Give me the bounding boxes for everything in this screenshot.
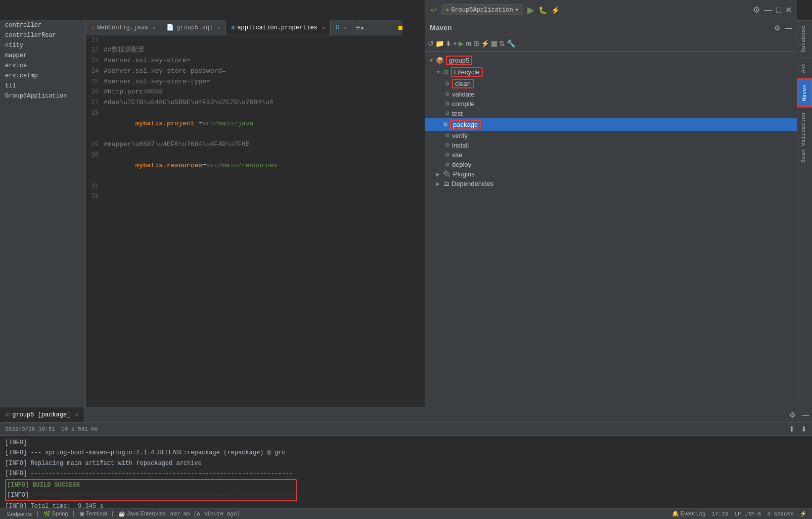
maximize-btn[interactable]: □ (776, 6, 781, 15)
app-top-bar: ↩ ● Group5Application ▾ ▶ 🐛 ⚡ ⚙ — □ ✕ (425, 0, 797, 20)
sidebar-item-mapper[interactable]: mapper (0, 51, 85, 61)
maven-download-btn[interactable]: ⬇ (445, 39, 452, 48)
tree-item-verify[interactable]: ⚙ verify (425, 131, 797, 140)
group5-label: group5 (446, 56, 472, 65)
debug-btn[interactable]: 🐛 (538, 6, 547, 14)
tab-sql-close[interactable]: ✕ (217, 25, 220, 31)
yellow-marker (398, 26, 402, 30)
line-21: 21 (86, 35, 402, 45)
coverage-btn[interactable]: ⚡ (551, 6, 560, 14)
console-output[interactable]: [INFO] [INFO] --- spring-boot-maven-plug… (0, 436, 812, 508)
tree-item-compile[interactable]: ⚙ compile (425, 99, 797, 109)
maven-add-btn[interactable]: + (453, 39, 457, 48)
divider1: | (36, 511, 39, 517)
right-tab-bean-validation[interactable]: Bean Validation (797, 107, 812, 168)
gear-verify: ⚙ (445, 132, 450, 139)
gear-compile: ⚙ (445, 101, 450, 107)
sidebar-item-service[interactable]: ervice (0, 61, 85, 71)
tab-props-close[interactable]: ✕ (322, 25, 325, 31)
maven-tree: ▼ 📦 group5 ▼ ♻ Lifecycle ⚙ clean ⚙ valid… (425, 52, 797, 192)
bottom-tab-run[interactable]: m group5 [package] ✕ (0, 407, 84, 422)
run-tab-label: group5 [package] (12, 411, 70, 418)
tabs-bar: ☕ WebConfig.java ✕ 📄 group5.sql ✕ ⚙ appl… (86, 20, 402, 35)
right-tab-maven[interactable]: Maven (797, 78, 812, 107)
maven-folder-btn[interactable]: 📁 (435, 39, 444, 48)
line-29: 29 #mapper\u6587\u4EF6\u7684\u4F4D\u7F6E (86, 139, 402, 150)
tree-plugins[interactable]: ▶ 🔌 Plugins (425, 169, 797, 179)
editor-content[interactable]: 21 22 ##数据源配置 23 #server.ssl.key-store= … (86, 35, 402, 201)
event-log-btn[interactable]: 🔔 Event Log (672, 510, 706, 517)
right-tab-database[interactable]: Database (797, 20, 812, 58)
sidebar-item-controller[interactable]: controller (0, 20, 85, 30)
sidebar-item-group5app[interactable]: Group5Application (0, 91, 85, 101)
tree-item-test[interactable]: ⚙ test (425, 109, 797, 118)
tree-item-install[interactable]: ⚙ install (425, 140, 797, 150)
bottom-minimize-btn[interactable]: — (799, 407, 812, 422)
tab-webconfig-close[interactable]: ✕ (153, 25, 156, 31)
console-line-2: [INFO] Replacing main artifact with repa… (5, 458, 807, 468)
tree-root-group5[interactable]: ▼ 📦 group5 (425, 55, 797, 66)
console-line-0: [INFO] (5, 438, 807, 448)
tree-item-validate[interactable]: ⚙ validate (425, 89, 797, 99)
divider3: | (111, 511, 114, 517)
tree-item-site[interactable]: ⚙ site (425, 150, 797, 160)
dropdown-arrow: ▾ (515, 6, 519, 14)
scroll-down-btn[interactable]: ⬇ (801, 425, 807, 433)
maven-run-btn[interactable]: ▶ (459, 39, 464, 48)
sidebar-item-controllerrear[interactable]: controllerRear (0, 30, 85, 40)
java-enterprise-btn[interactable]: ☕ Java Enterprise (116, 510, 167, 517)
maven-refresh-btn[interactable]: ↺ (428, 39, 434, 48)
sidebar-item-serviceimp[interactable]: erviceImp (0, 71, 85, 81)
run-info-row: 2022/3/26 19:51 10 s 581 ms ⬆ ⬇ (0, 422, 812, 436)
maven-lightning-btn[interactable]: ⚡ (481, 39, 489, 48)
app-selector[interactable]: ● Group5Application ▾ (441, 5, 523, 15)
maven-grid-btn[interactable]: ⊞ (473, 39, 479, 48)
tree-dependencies[interactable]: ▶ 🗂 Dependencies (425, 179, 797, 188)
site-label: site (452, 151, 462, 159)
tab-g-icon: G (336, 24, 339, 31)
tab-application-properties[interactable]: ⚙ application.properties ✕ (226, 20, 331, 35)
console-line-5: [INFO] ---------------------------------… (7, 490, 295, 500)
maven-columns-btn[interactable]: ▦ (491, 39, 498, 48)
tree-arrow-plugins: ▶ (436, 171, 443, 177)
tree-item-package[interactable]: ⚙ package (425, 118, 797, 131)
tab-group5sql[interactable]: 📄 group5.sql ✕ (161, 20, 226, 35)
gear-install: ⚙ (445, 142, 450, 149)
tab-g[interactable]: G ✕ (331, 20, 352, 35)
tree-item-deploy[interactable]: ⚙ deploy (425, 160, 797, 169)
line-32: 32 (86, 192, 402, 201)
spring-btn[interactable]: 🌿 Spring (41, 510, 70, 517)
maven-m-btn[interactable]: m (466, 39, 472, 48)
settings-btn[interactable]: ⚙ (753, 5, 760, 15)
power-btn[interactable]: ⚡ (800, 510, 807, 517)
bottom-settings-btn[interactable]: ⚙ (786, 407, 799, 422)
tab-props-icon: ⚙ (231, 24, 235, 31)
minimize-btn[interactable]: — (764, 6, 772, 15)
test-label: test (452, 110, 463, 117)
endpoints-btn[interactable]: Endpoints (5, 511, 34, 517)
gear-deploy: ⚙ (445, 161, 450, 168)
terminal-btn[interactable]: ▣ Terminal (77, 510, 109, 517)
line-28: 28 mybatis.project =src/main/java (86, 108, 402, 139)
maven-wrench-btn[interactable]: 🔧 (507, 39, 515, 48)
scroll-up-btn[interactable]: ⬆ (789, 425, 795, 433)
run-back-btn[interactable]: ↩ (430, 5, 437, 15)
status-time: 17:29 (711, 511, 728, 517)
tab-list-btn[interactable]: ≡▸ (352, 20, 368, 35)
maven-sort-btn[interactable]: ⇅ (499, 39, 505, 48)
run-tab-close[interactable]: ✕ (75, 412, 78, 418)
close-btn[interactable]: ✕ (785, 5, 792, 15)
clean-label: clean (452, 79, 474, 88)
right-tabs-panel: Database Ant Maven Bean Validation (797, 20, 812, 408)
run-btn[interactable]: ▶ (527, 5, 534, 16)
sidebar-item-ntity[interactable]: ntity (0, 40, 85, 51)
maven-settings-btn[interactable]: ⚙ (774, 24, 781, 32)
tab-webconfig[interactable]: ☕ WebConfig.java ✕ (86, 20, 161, 35)
divider2: | (72, 511, 75, 517)
maven-minimize-btn[interactable]: — (785, 24, 792, 32)
tab-g-close[interactable]: ✕ (344, 25, 347, 31)
right-tab-ant[interactable]: Ant (797, 58, 812, 78)
tree-lifecycle[interactable]: ▼ ♻ Lifecycle (425, 66, 797, 78)
tree-item-clean[interactable]: ⚙ clean (425, 78, 797, 89)
sidebar-item-til[interactable]: til (0, 81, 85, 91)
